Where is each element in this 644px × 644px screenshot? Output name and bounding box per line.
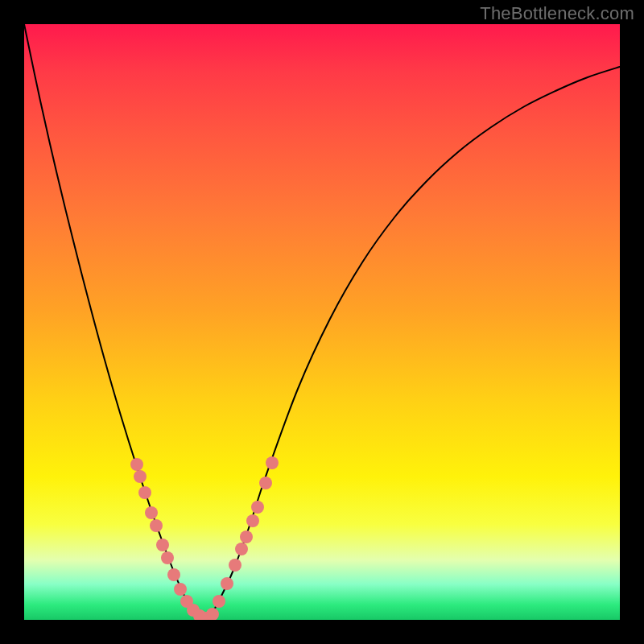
data-marker [161,551,174,564]
data-marker [251,501,264,514]
plot-area [24,24,620,620]
data-marker [240,530,253,543]
data-marker [229,559,242,572]
chart-frame: TheBottleneck.com [0,0,644,644]
data-marker [134,470,147,483]
data-marker [235,543,248,555]
data-marker [145,506,158,519]
watermark-text: TheBottleneck.com [480,3,634,24]
data-marker [130,458,143,471]
data-marker [246,514,259,527]
bottleneck-curve [24,24,620,620]
data-marker [259,477,272,489]
marker-group [130,456,279,620]
data-marker [150,519,163,532]
data-marker [156,539,169,551]
data-marker [266,456,279,469]
data-marker [174,583,187,596]
data-marker [221,577,233,590]
chart-svg [24,24,620,620]
data-marker [167,568,180,581]
data-marker [206,608,219,620]
data-marker [213,595,225,608]
data-marker [138,486,151,499]
